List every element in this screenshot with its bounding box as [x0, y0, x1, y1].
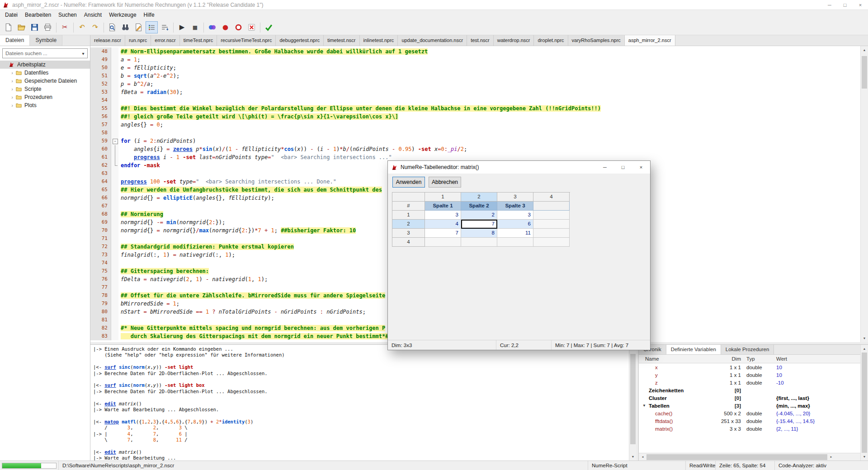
- close-icon[interactable]: ×: [632, 161, 650, 174]
- grid-row-header[interactable]: 2: [392, 220, 425, 229]
- fold-marker[interactable]: [111, 137, 118, 145]
- editor-tab-waterdrop-nscr[interactable]: waterdrop.nscr: [494, 35, 534, 46]
- scroll-down-icon[interactable]: ▼: [629, 453, 637, 461]
- editor-tab-debuggertest-nprc[interactable]: debuggertest.nprc: [276, 35, 324, 46]
- menu-suchen[interactable]: Suchen: [55, 11, 80, 19]
- maximize-icon[interactable]: □: [614, 161, 632, 174]
- tree-item-arbeitsplatz[interactable]: Arbeitsplatz: [0, 61, 90, 69]
- file-search-combobox[interactable]: Dateien suchen ... ▾: [2, 48, 88, 58]
- menu-datei[interactable]: Datei: [1, 11, 21, 19]
- editor-tab-test-nscr[interactable]: test.nscr: [467, 35, 494, 46]
- grid-cell[interactable]: [425, 238, 461, 247]
- editor-tab-inlinetest-nprc[interactable]: inlinetest.nprc: [360, 35, 398, 46]
- terminal-console[interactable]: |-> Einen Ausdruck oder ein Kommando ein…: [90, 344, 637, 461]
- variable-row-fftdata[interactable]: fftdata()251 x 33double{-15.44, ..., 14.…: [639, 417, 868, 425]
- editor-tab-error-nscr[interactable]: error.nscr: [151, 35, 179, 46]
- grid-cell[interactable]: 7: [461, 220, 497, 229]
- editor-tab-varyrhosamples-nprc[interactable]: varyRhoSamples.nprc: [568, 35, 625, 46]
- editor-tab-recursivetimetest-nprc[interactable]: recursiveTimeTest.nprc: [217, 35, 276, 46]
- goto-line-button[interactable]: [132, 21, 145, 33]
- chevron-right-icon[interactable]: ›: [10, 78, 14, 84]
- print-file-button[interactable]: [42, 21, 54, 33]
- chevron-right-icon[interactable]: ›: [10, 86, 14, 92]
- grid-row-header[interactable]: #: [392, 202, 425, 211]
- grid-cell[interactable]: [533, 220, 570, 229]
- grid-cell[interactable]: 8: [461, 229, 497, 238]
- sidebar-tab-symbole[interactable]: Symbole: [30, 35, 62, 46]
- scroll-up-icon[interactable]: ▲: [861, 46, 868, 54]
- menu-hilfe[interactable]: Hilfe: [140, 11, 158, 19]
- variable-row-z[interactable]: z1 x 1double-10: [639, 379, 868, 386]
- scroll-right-icon[interactable]: ▸: [827, 455, 835, 459]
- variable-row-y[interactable]: y1 x 1double10: [639, 371, 868, 379]
- grid-cell[interactable]: [533, 211, 570, 220]
- abort-process-button[interactable]: [245, 21, 258, 33]
- grid-column-header[interactable]: 1: [425, 193, 461, 202]
- chevron-down-icon[interactable]: ▾: [79, 51, 87, 56]
- search-in-file-button[interactable]: [106, 21, 118, 33]
- editor-tab-release-nscr[interactable]: release.nscr: [90, 35, 125, 46]
- grid-cell[interactable]: 6: [497, 220, 533, 229]
- grid-cell[interactable]: [533, 238, 570, 247]
- minimize-icon[interactable]: ─: [596, 161, 614, 174]
- chevron-right-icon[interactable]: ›: [10, 94, 14, 100]
- scroll-up-icon[interactable]: ▲: [861, 345, 868, 352]
- find-replace-button[interactable]: [119, 21, 132, 33]
- panel-tab-lokale-prozeduren[interactable]: Lokale Prozeduren: [721, 345, 774, 354]
- column-header-typ[interactable]: Typ: [744, 356, 770, 362]
- variable-row-cluster[interactable]: Cluster[0]{first, ..., last}: [639, 394, 868, 402]
- menu-bearbeiten[interactable]: Bearbeiten: [21, 11, 55, 19]
- scrollbar-thumb[interactable]: [862, 352, 867, 453]
- close-icon[interactable]: ×: [853, 0, 868, 9]
- variable-row-cache[interactable]: cache()500 x 2double{-4.045, ..., 20}: [639, 409, 868, 417]
- grid-row-header[interactable]: 3: [392, 229, 425, 238]
- sidebar-tab-dateien[interactable]: Dateien: [0, 35, 30, 46]
- grid-cell[interactable]: [533, 229, 570, 238]
- grid-cell[interactable]: 3: [497, 211, 533, 220]
- grid-column-header[interactable]: 4: [533, 193, 570, 202]
- grid-cell[interactable]: 3: [425, 211, 461, 220]
- save-file-button[interactable]: [28, 21, 41, 33]
- undo-button[interactable]: ↶: [76, 21, 88, 33]
- grid-field-header[interactable]: Spalte 1: [425, 202, 461, 211]
- tree-item-prozeduren[interactable]: ›Prozeduren: [0, 93, 90, 101]
- variables-vscrollbar[interactable]: ▲ ▼: [860, 345, 868, 461]
- grid-column-header[interactable]: 3: [497, 193, 533, 202]
- editor-tab-timetest-nprc[interactable]: timeTest.nprc: [180, 35, 217, 46]
- redo-button[interactable]: ↷: [89, 21, 101, 33]
- grid-cell[interactable]: 7: [425, 229, 461, 238]
- minimize-icon[interactable]: ─: [822, 0, 837, 9]
- grid-row-header[interactable]: 1: [392, 211, 425, 220]
- sort-list-button[interactable]: [159, 21, 171, 33]
- dialog-title-bar[interactable]: NumeRe-Tabelleneditor: matrix() ─ □ ×: [388, 161, 650, 174]
- variable-row-matrix[interactable]: matrix()3 x 3double{2, ..., 11}: [639, 425, 868, 432]
- tree-item-gespeicherte-dateien[interactable]: ›Gespeicherte Dateien: [0, 77, 90, 85]
- variable-row-x[interactable]: x1 x 1double10: [639, 363, 868, 371]
- column-header-dim[interactable]: Dim: [712, 356, 744, 362]
- grid-row-header[interactable]: 4: [392, 238, 425, 247]
- tree-item-scripte[interactable]: ›Scripte: [0, 85, 90, 93]
- grid-cell[interactable]: 11: [497, 229, 533, 238]
- grid-field-header[interactable]: Spalte 3: [497, 202, 533, 211]
- scroll-down-icon[interactable]: ▼: [861, 334, 868, 342]
- run-script-button[interactable]: ▶: [176, 21, 188, 33]
- chevron-right-icon[interactable]: ›: [10, 103, 14, 108]
- grid-cell[interactable]: [461, 238, 497, 247]
- apply-button[interactable]: Anwenden: [392, 177, 425, 188]
- variable-row-zeichenketten[interactable]: Zeichenketten[0]: [639, 386, 868, 394]
- cut-button[interactable]: ✂: [59, 21, 71, 33]
- column-header-wert[interactable]: Wert: [770, 356, 868, 362]
- maximize-icon[interactable]: □: [837, 0, 853, 9]
- grid-field-header[interactable]: [533, 202, 570, 211]
- expander-down-icon[interactable]: ▼: [642, 404, 649, 408]
- scrollbar-thumb[interactable]: [862, 56, 867, 89]
- editor-tab-asph-mirror-2-nscr[interactable]: asph_mirror_2.nscr: [625, 35, 675, 46]
- column-header-name[interactable]: Name: [639, 356, 712, 362]
- toggle-symbols-button[interactable]: [146, 21, 158, 33]
- variable-row-tabellen[interactable]: ▼Tabellen[3]{min, ..., max}: [639, 402, 868, 409]
- chevron-right-icon[interactable]: ›: [10, 70, 14, 75]
- editor-tab-run-nprc[interactable]: run.nprc: [125, 35, 151, 46]
- stop-script-button[interactable]: ■: [189, 21, 201, 33]
- record-macro-button[interactable]: ●: [219, 21, 231, 33]
- panel-tab-definierte-variablen[interactable]: Definierte Variablen: [666, 345, 721, 354]
